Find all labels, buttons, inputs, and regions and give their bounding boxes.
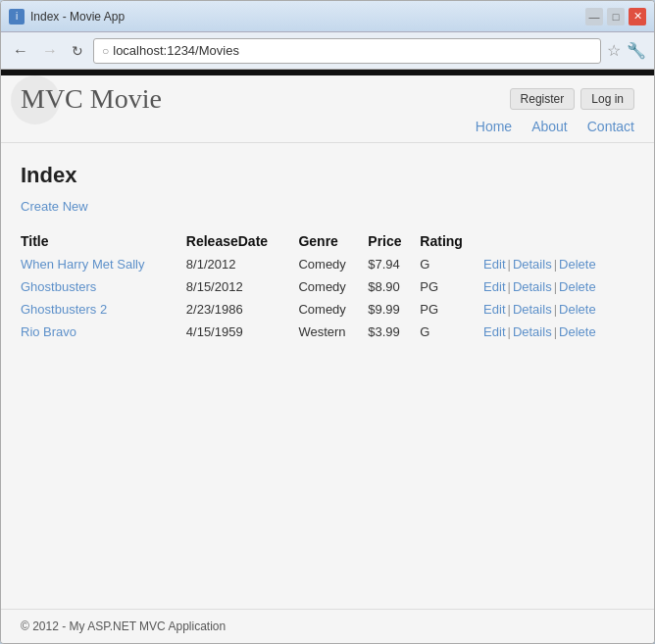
tab-favicon: i [9, 9, 25, 25]
create-new-link[interactable]: Create New [21, 199, 88, 214]
sep1: | [508, 302, 511, 317]
delete-link[interactable]: Delete [559, 257, 596, 272]
window-controls: — □ ✕ [581, 8, 646, 25]
table-row: Ghostbusters 2 2/23/1986 Comedy $9.99 PG… [21, 298, 634, 321]
cell-genre: Western [298, 321, 368, 343]
cell-releasedate: 8/1/2012 [186, 253, 299, 275]
sep1: | [508, 257, 511, 272]
table-row: Ghostbusters 8/15/2012 Comedy $8.90 PG E… [21, 275, 634, 298]
minimize-button[interactable]: — [585, 8, 603, 25]
title-bar: i Index - Movie App — □ ✕ [1, 1, 654, 32]
cell-title: Ghostbusters 2 [21, 298, 186, 321]
maximize-button[interactable]: □ [607, 8, 625, 25]
app-header-top: MVC Movie Register Log in [1, 75, 654, 119]
col-title: Title [21, 229, 186, 253]
table-header-row: Title ReleaseDate Genre Price Rating [21, 229, 634, 253]
cell-releasedate: 8/15/2012 [186, 275, 299, 298]
table-row: Rio Bravo 4/15/1959 Western $3.99 G Edit… [21, 321, 634, 343]
logo-area: MVC Movie [21, 83, 162, 115]
close-button[interactable]: ✕ [629, 8, 646, 25]
cell-actions: Edit | Details | Delete [483, 253, 634, 275]
app-header-actions: Register Log in [510, 88, 634, 110]
sep2: | [554, 302, 557, 317]
details-link[interactable]: Details [513, 257, 552, 272]
browser-content: MVC Movie Register Log in Home About Con… [1, 70, 654, 643]
cell-releasedate: 4/15/1959 [186, 321, 299, 343]
tools-icon[interactable]: 🔧 [627, 41, 646, 60]
cell-rating: PG [420, 298, 483, 321]
cell-releasedate: 2/23/1986 [186, 298, 299, 321]
details-link[interactable]: Details [513, 279, 552, 294]
col-genre: Genre [298, 229, 368, 253]
cell-price: $9.99 [368, 298, 420, 321]
bookmark-icon[interactable]: ☆ [607, 41, 621, 60]
refresh-button[interactable]: ↻ [68, 41, 87, 61]
movies-table: Title ReleaseDate Genre Price Rating Whe… [21, 229, 634, 343]
col-rating: Rating [420, 229, 483, 253]
app-footer: © 2012 - My ASP.NET MVC Application [1, 609, 654, 643]
url-text: localhost:1234/Movies [113, 43, 239, 58]
app-nav: Home About Contact [1, 119, 654, 142]
table-row: When Harry Met Sally 8/1/2012 Comedy $7.… [21, 253, 634, 275]
cell-price: $8.90 [368, 275, 420, 298]
edit-link[interactable]: Edit [483, 279, 505, 294]
cell-price: $3.99 [368, 321, 420, 343]
cell-genre: Comedy [298, 298, 368, 321]
login-button[interactable]: Log in [580, 88, 634, 110]
back-button[interactable]: ← [9, 39, 32, 63]
tab-title: Index - Movie App [30, 10, 581, 24]
delete-link[interactable]: Delete [559, 324, 596, 339]
cell-actions: Edit | Details | Delete [483, 298, 634, 321]
cell-rating: PG [420, 275, 483, 298]
delete-link[interactable]: Delete [559, 302, 596, 317]
col-actions [483, 229, 634, 253]
sep1: | [508, 279, 511, 294]
sep2: | [554, 279, 557, 294]
app-logo: MVC Movie [21, 83, 162, 115]
cell-title: Ghostbusters [21, 275, 186, 298]
nav-about[interactable]: About [531, 119, 568, 134]
sep1: | [508, 324, 511, 339]
cell-price: $7.94 [368, 253, 420, 275]
url-icon: ○ [102, 44, 109, 58]
delete-link[interactable]: Delete [559, 279, 596, 294]
details-link[interactable]: Details [513, 302, 552, 317]
col-price: Price [368, 229, 420, 253]
sep2: | [554, 257, 557, 272]
cell-rating: G [420, 253, 483, 275]
url-bar[interactable]: ○ localhost:1234/Movies [93, 38, 601, 64]
edit-link[interactable]: Edit [483, 257, 505, 272]
cell-actions: Edit | Details | Delete [483, 275, 634, 298]
details-link[interactable]: Details [513, 324, 552, 339]
cell-actions: Edit | Details | Delete [483, 321, 634, 343]
cell-title: Rio Bravo [21, 321, 186, 343]
cell-title: When Harry Met Sally [21, 253, 186, 275]
browser-window: i Index - Movie App — □ ✕ ← → ↻ ○ localh… [0, 0, 655, 644]
page-title: Index [21, 163, 634, 188]
col-releasedate: ReleaseDate [186, 229, 299, 253]
nav-home[interactable]: Home [476, 119, 512, 134]
app-header: MVC Movie Register Log in Home About Con… [1, 75, 654, 143]
register-button[interactable]: Register [510, 88, 576, 110]
address-bar: ← → ↻ ○ localhost:1234/Movies ☆ 🔧 [1, 32, 654, 70]
edit-link[interactable]: Edit [483, 302, 505, 317]
forward-button[interactable]: → [38, 39, 62, 63]
nav-contact[interactable]: Contact [587, 119, 634, 134]
cell-rating: G [420, 321, 483, 343]
footer-text: © 2012 - My ASP.NET MVC Application [21, 619, 226, 633]
sep2: | [554, 324, 557, 339]
cell-genre: Comedy [298, 253, 368, 275]
main-content: Index Create New Title ReleaseDate Genre… [1, 143, 654, 609]
edit-link[interactable]: Edit [483, 324, 505, 339]
cell-genre: Comedy [298, 275, 368, 298]
